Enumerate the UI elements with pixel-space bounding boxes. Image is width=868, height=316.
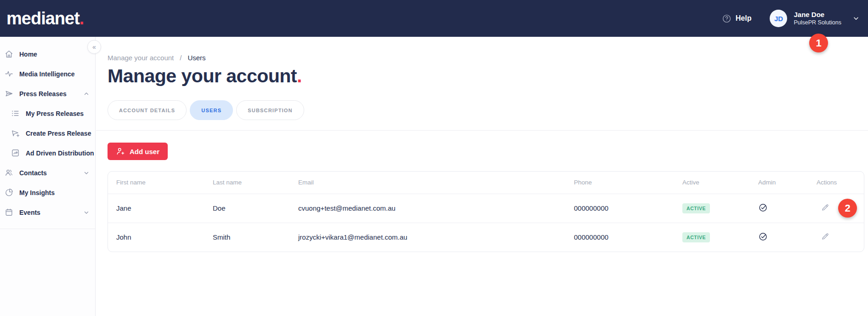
- top-bar: medianet. Help JD Jane Doe PulsePR Solut…: [0, 0, 868, 37]
- sidebar-item-label: Home: [19, 51, 37, 58]
- column-header-phone: Phone: [566, 172, 674, 194]
- users-table: First name Last name Email Phone Active …: [108, 171, 864, 252]
- sidebar-divider: [0, 229, 95, 229]
- help-icon: [722, 14, 732, 23]
- column-header-email: Email: [290, 172, 566, 194]
- sidebar-item-label: Press Releases: [19, 90, 67, 98]
- tabs-divider: [96, 130, 868, 131]
- annotation-badge-1: 1: [809, 34, 828, 52]
- contacts-icon: [5, 168, 13, 177]
- sidebar-item-create-press-release[interactable]: Create Press Release: [0, 123, 95, 143]
- tab-users[interactable]: USERS: [190, 100, 233, 120]
- sidebar-item-my-insights[interactable]: My Insights: [0, 183, 95, 202]
- tab-account-details[interactable]: ACCOUNT DETAILS: [108, 100, 187, 120]
- cell-phone: 000000000: [566, 194, 674, 223]
- admin-check-circle-icon: [758, 203, 768, 213]
- activity-icon: [5, 69, 13, 78]
- help-label: Help: [736, 14, 752, 23]
- status-badge-active: ACTIVE: [682, 203, 710, 213]
- list-icon: [11, 109, 20, 118]
- column-header-last-name: Last name: [204, 172, 290, 194]
- table-row: John Smith jrozycki+vikara1@medianet.com…: [108, 223, 864, 252]
- sidebar-item-label: My Insights: [19, 189, 55, 196]
- add-user-button[interactable]: Add user: [108, 143, 168, 160]
- sidebar-item-home[interactable]: Home: [0, 44, 95, 64]
- calendar-icon: [5, 208, 13, 217]
- home-icon: [5, 50, 13, 58]
- chevron-down-icon[interactable]: [83, 170, 90, 176]
- account-tabs: ACCOUNT DETAILS USERS SUBSCRIPTION: [108, 100, 304, 120]
- user-name: Jane Doe: [794, 11, 841, 19]
- sidebar-item-media-intelligence[interactable]: Media Intelligence: [0, 64, 95, 84]
- cell-email: jrozycki+vikara1@medianet.com.au: [290, 223, 566, 252]
- medianet-logo[interactable]: medianet.: [6, 9, 84, 29]
- breadcrumb-separator: /: [180, 54, 182, 62]
- table-header-row: First name Last name Email Phone Active …: [108, 172, 864, 194]
- cell-last-name: Doe: [204, 194, 290, 223]
- admin-check-circle-icon: [758, 232, 768, 241]
- cell-last-name: Smith: [204, 223, 290, 252]
- add-user-label: Add user: [130, 148, 159, 155]
- user-company: PulsePR Solutions: [794, 19, 841, 27]
- sidebar-item-label: Events: [19, 209, 40, 216]
- chevron-up-icon[interactable]: [83, 91, 90, 97]
- breadcrumb: Manage your account / Users: [108, 54, 206, 62]
- breadcrumb-manage-your-account[interactable]: Manage your account: [108, 54, 174, 62]
- user-block: Jane Doe PulsePR Solutions: [794, 11, 841, 26]
- status-badge-active: ACTIVE: [682, 232, 710, 242]
- send-plus-icon: [11, 129, 20, 138]
- column-header-actions: Actions: [808, 172, 864, 194]
- cell-email: cvuong+test@medianet.com.au: [290, 194, 566, 223]
- sidebar-item-label: My Press Releases: [26, 110, 84, 117]
- cell-first-name: John: [108, 223, 204, 252]
- title-dot: .: [297, 65, 302, 86]
- sidebar-item-press-releases[interactable]: Press Releases: [0, 84, 95, 103]
- page-title: Manage your account.: [108, 65, 302, 87]
- sidebar-item-my-press-releases[interactable]: My Press Releases: [0, 103, 95, 123]
- pie-chart-icon: [5, 188, 13, 197]
- sidebar: Home Media Intelligence Press Releases M…: [0, 37, 96, 316]
- main-content: Manage your account / Users Manage your …: [96, 37, 868, 316]
- send-icon: [5, 89, 13, 98]
- breadcrumb-users: Users: [187, 54, 205, 62]
- cell-first-name: Jane: [108, 194, 204, 223]
- edit-pencil-icon[interactable]: [821, 232, 829, 241]
- person-plus-icon: [116, 147, 125, 156]
- avatar[interactable]: JD: [770, 10, 787, 27]
- chart-box-icon: [11, 149, 20, 157]
- sidebar-item-ad-driven-distribution[interactable]: Ad Driven Distribution: [0, 143, 95, 163]
- account-menu-chevron-down-icon[interactable]: [852, 15, 860, 22]
- annotation-badge-2: 2: [838, 199, 857, 218]
- table-row: Jane Doe cvuong+test@medianet.com.au 000…: [108, 194, 864, 223]
- logo-dot: .: [79, 9, 84, 28]
- sidebar-item-label: Media Intelligence: [19, 70, 75, 78]
- cell-phone: 000000000: [566, 223, 674, 252]
- logo-text: medianet: [6, 9, 79, 28]
- help-button[interactable]: Help: [722, 14, 752, 23]
- sidebar-item-label: Create Press Release: [26, 130, 91, 137]
- column-header-active: Active: [674, 172, 750, 194]
- sidebar-item-label: Contacts: [19, 169, 47, 177]
- tab-subscription[interactable]: SUBSCRIPTION: [236, 100, 304, 120]
- column-header-first-name: First name: [108, 172, 204, 194]
- sidebar-collapse-button[interactable]: «: [87, 40, 101, 54]
- column-header-admin: Admin: [750, 172, 808, 194]
- chevron-down-icon[interactable]: [83, 209, 90, 216]
- sidebar-item-events[interactable]: Events: [0, 202, 95, 222]
- edit-pencil-icon[interactable]: [821, 203, 829, 212]
- sidebar-item-label: Ad Driven Distribution: [26, 149, 94, 157]
- sidebar-item-contacts[interactable]: Contacts: [0, 163, 95, 183]
